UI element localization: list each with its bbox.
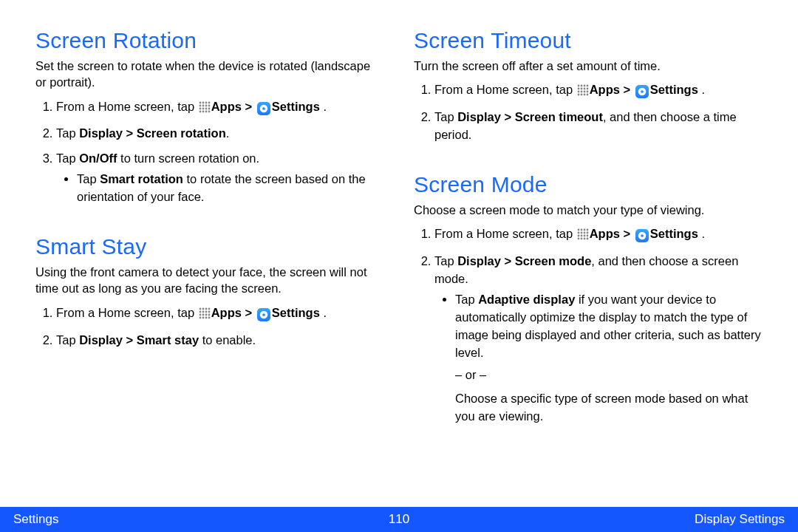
svg-point-31 — [202, 316, 204, 318]
settings-gear-icon — [635, 229, 649, 242]
text: . — [698, 227, 705, 240]
svg-point-46 — [583, 91, 585, 93]
svg-point-45 — [580, 91, 582, 93]
step-item: Tap On/Off to turn screen rotation on. T… — [56, 150, 384, 206]
apps-label: Apps — [590, 227, 620, 240]
svg-point-17 — [262, 107, 265, 110]
heading-screen-mode: Screen Mode — [414, 172, 763, 197]
svg-point-54 — [577, 229, 579, 231]
svg-point-9 — [202, 107, 204, 109]
svg-point-41 — [580, 88, 582, 90]
step-item: From a Home screen, tap Apps > Settings … — [434, 225, 763, 245]
bold-text: Display > Screen rotation — [79, 126, 226, 140]
text: From a Home screen, tap — [56, 306, 198, 319]
svg-point-10 — [205, 107, 207, 109]
text: Choose a specific type of screen mode ba… — [455, 390, 763, 426]
text: Tap — [56, 151, 79, 165]
svg-point-6 — [205, 104, 207, 106]
svg-point-37 — [580, 85, 582, 87]
bold-text: Display > Smart stay — [79, 333, 199, 347]
svg-point-66 — [577, 238, 579, 240]
svg-point-25 — [208, 310, 210, 313]
svg-point-35 — [262, 313, 265, 316]
svg-point-19 — [202, 307, 204, 310]
svg-point-68 — [583, 238, 585, 240]
steps-screen-mode: From a Home screen, tap Apps > Settings … — [414, 225, 763, 425]
svg-point-59 — [580, 232, 582, 234]
gt: > — [620, 227, 634, 240]
step-item: Tap Display > Screen mode, and then choo… — [434, 253, 763, 425]
svg-point-24 — [205, 310, 207, 313]
svg-point-38 — [583, 85, 585, 87]
svg-point-11 — [208, 107, 210, 109]
svg-point-29 — [208, 313, 210, 316]
content-columns: Screen Rotation Set the screen to rotate… — [35, 28, 763, 433]
svg-point-58 — [577, 232, 579, 234]
desc-screen-mode: Choose a screen mode to match your type … — [414, 202, 763, 218]
bullet-item: Tap Smart rotation to rotate the screen … — [77, 171, 384, 206]
bold-text: On/Off — [79, 151, 117, 165]
bullet-item: Tap Adaptive display if you want your de… — [455, 291, 763, 425]
gt: > — [242, 306, 256, 319]
svg-point-3 — [208, 101, 210, 103]
text: Tap — [434, 110, 457, 123]
svg-point-43 — [586, 88, 588, 90]
svg-point-14 — [205, 110, 207, 112]
svg-point-22 — [199, 310, 201, 313]
bold-text: Smart rotation — [100, 172, 183, 185]
apps-grid-icon — [199, 307, 211, 324]
svg-point-18 — [199, 307, 201, 310]
step-item: Tap Display > Smart stay to enable. — [56, 332, 384, 349]
sub-bullets: Tap Adaptive display if you want your de… — [434, 291, 763, 425]
bold-text: Display > Screen mode — [457, 254, 591, 267]
step-item: From a Home screen, tap Apps > Settings … — [434, 81, 763, 101]
svg-point-51 — [586, 94, 588, 96]
svg-point-69 — [586, 238, 588, 240]
text: Tap — [56, 333, 79, 347]
step-item: From a Home screen, tap Apps > Settings … — [56, 98, 384, 118]
apps-label: Apps — [211, 306, 242, 319]
svg-point-2 — [205, 101, 207, 103]
gt: > — [242, 100, 256, 113]
svg-point-71 — [641, 234, 644, 237]
settings-label: Settings — [650, 83, 698, 96]
step-item: Tap Display > Screen timeout, and then c… — [434, 109, 763, 144]
text: to turn screen rotation on. — [117, 151, 260, 165]
svg-point-20 — [205, 307, 207, 310]
svg-point-62 — [577, 235, 579, 237]
svg-point-50 — [583, 94, 585, 96]
desc-screen-timeout: Turn the screen off after a set amount o… — [414, 58, 763, 74]
steps-screen-timeout: From a Home screen, tap Apps > Settings … — [414, 81, 763, 144]
svg-point-47 — [586, 91, 588, 93]
desc-smart-stay: Using the front camera to detect your fa… — [35, 264, 384, 297]
svg-point-36 — [577, 85, 579, 87]
footer-left: Settings — [13, 512, 58, 527]
svg-point-1 — [202, 101, 204, 103]
svg-point-53 — [641, 90, 644, 93]
text: Tap — [455, 293, 478, 306]
left-column: Screen Rotation Set the screen to rotate… — [35, 28, 384, 433]
apps-grid-icon — [199, 100, 211, 118]
svg-point-13 — [202, 110, 204, 112]
svg-point-39 — [586, 85, 588, 87]
text: to enable. — [199, 333, 256, 347]
text: . — [698, 83, 705, 96]
gt: > — [620, 83, 634, 96]
svg-point-30 — [199, 316, 201, 318]
apps-grid-icon — [577, 228, 589, 245]
heading-screen-rotation: Screen Rotation — [35, 28, 384, 53]
heading-screen-timeout: Screen Timeout — [414, 28, 763, 53]
svg-point-33 — [208, 316, 210, 318]
or-divider: – or – — [455, 366, 763, 384]
text: . — [226, 126, 230, 140]
svg-point-49 — [580, 94, 582, 96]
text: . — [320, 100, 327, 113]
page-footer: Settings 110 Display Settings — [0, 507, 798, 532]
footer-right: Display Settings — [695, 512, 785, 527]
steps-smart-stay: From a Home screen, tap Apps > Settings … — [35, 304, 384, 349]
settings-label: Settings — [650, 227, 698, 240]
text: Tap — [77, 172, 100, 185]
svg-point-63 — [580, 235, 582, 237]
svg-point-55 — [580, 229, 582, 231]
svg-point-65 — [586, 235, 588, 237]
